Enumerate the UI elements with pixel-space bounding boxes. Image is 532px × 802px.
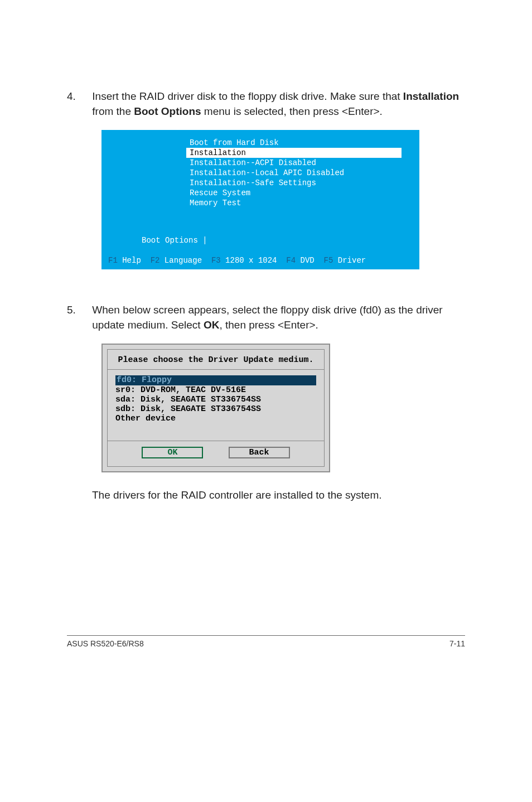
boot-item-memory-test[interactable]: Memory Test [186, 198, 413, 208]
dialog-title: Please choose the Driver Update medium. [108, 350, 324, 369]
page-footer: ASUS RS520-E6/RS8 7-11 [67, 635, 465, 648]
fkey-f5-value: Driver [338, 256, 366, 265]
footer-right: 7-11 [449, 639, 465, 648]
boot-item-local-apic-disabled[interactable]: Installation--Local APIC Disabled [186, 168, 413, 178]
boot-item-rescue-system[interactable]: Rescue System [186, 188, 413, 198]
step4-text-prefix: Insert the RAID driver disk to the flopp… [92, 90, 403, 102]
step4-text-suffix: menu is selected, then press <Enter>. [201, 105, 383, 117]
device-item-other[interactable]: Other device [115, 414, 316, 423]
device-list: fd0: Floppy sr0: DVD-ROM, TEAC DV-516E s… [115, 375, 316, 423]
step5-number: 5. [67, 303, 89, 318]
device-item-sr0[interactable]: sr0: DVD-ROM, TEAC DV-516E [115, 385, 316, 395]
fkey-f1-value: Help [122, 256, 141, 265]
fkey-f4-value: DVD [301, 256, 315, 265]
step4-bold1: Installation [403, 90, 459, 102]
boot-item-installation[interactable]: Installation [186, 148, 402, 158]
back-button[interactable]: Back [229, 447, 290, 458]
fkey-f1-label: F1 [108, 256, 118, 265]
boot-fkeys-row: F1 Help F2 Language F3 1280 x 1024 F4 DV… [108, 256, 413, 265]
boot-item-hard-disk[interactable]: Boot from Hard Disk [186, 138, 413, 148]
step4-instruction: 4. Insert the RAID driver disk to the fl… [67, 89, 465, 119]
device-item-sda[interactable]: sda: Disk, SEAGATE ST336754SS [115, 395, 316, 404]
step5-instruction: 5. When below screen appears, select the… [67, 303, 465, 332]
fkey-f2-label: F2 [151, 256, 160, 265]
step5-text-suffix: , then press <Enter>. [219, 319, 318, 331]
boot-menu-list: Boot from Hard Disk Installation Install… [186, 138, 413, 208]
fkey-f3-value: 1280 x 1024 [225, 256, 277, 265]
step4-bold2: Boot Options [134, 105, 201, 117]
boot-options-label: Boot Options | [142, 236, 413, 245]
step4-number: 4. [67, 89, 89, 104]
boot-item-safe-settings[interactable]: Installation--Safe Settings [186, 178, 413, 188]
step4-body: Insert the RAID driver disk to the flopp… [92, 89, 460, 119]
fkey-f2-value: Language [165, 256, 202, 265]
device-item-fd0[interactable]: fd0: Floppy [115, 375, 316, 385]
footer-left: ASUS RS520-E6/RS8 [67, 639, 144, 648]
post-note-text: The drivers for the RAID controller are … [92, 489, 465, 501]
fkey-f3-label: F3 [211, 256, 221, 265]
fkey-f5-label: F5 [324, 256, 333, 265]
step4-text-mid: from the [92, 105, 134, 117]
boot-item-acpi-disabled[interactable]: Installation--ACPI Disabled [186, 158, 413, 168]
fkey-f4-label: F4 [286, 256, 296, 265]
boot-menu-screenshot: Boot from Hard Disk Installation Install… [101, 130, 419, 269]
step5-body: When below screen appears, select the fl… [92, 303, 460, 332]
dialog-separator-top [108, 369, 324, 370]
step5-bold1: OK [204, 319, 220, 331]
ok-button[interactable]: OK [142, 447, 203, 458]
device-item-sdb[interactable]: sdb: Disk, SEAGATE ST336754SS [115, 404, 316, 414]
driver-update-dialog: Please choose the Driver Update medium. … [101, 344, 330, 472]
dialog-buttons-row: OK Back [108, 441, 324, 466]
driver-update-dialog-inner: Please choose the Driver Update medium. … [107, 349, 325, 466]
